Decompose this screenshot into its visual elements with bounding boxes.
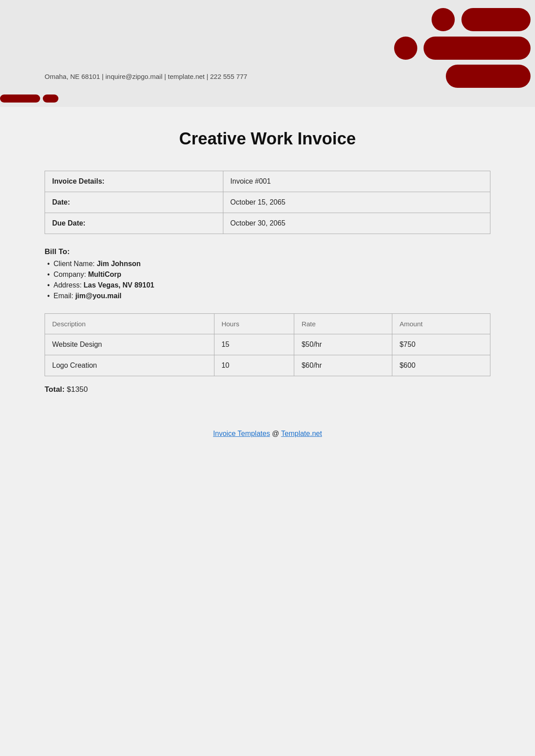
bill-to-title: Bill To:: [45, 247, 490, 256]
col-rate: Rate: [294, 314, 392, 334]
deco-circle-2: [394, 37, 417, 60]
service-amount: $600: [392, 355, 490, 376]
invoice-templates-link[interactable]: Invoice Templates: [213, 430, 270, 437]
table-row: Logo Creation 10 $60/hr $600: [45, 355, 490, 376]
deco-bar-1: [461, 8, 531, 31]
footer-separator: @: [272, 430, 281, 437]
client-email: jim@you.mail: [75, 292, 122, 300]
footer: Invoice Templates @ Template.net: [45, 421, 490, 438]
deco-circle-1: [432, 8, 455, 31]
service-amount: $750: [392, 334, 490, 355]
service-rate: $50/hr: [294, 334, 392, 355]
list-item: Client Name: Jim Johnson: [49, 260, 490, 268]
company-name: MultiCorp: [88, 271, 121, 278]
col-description: Description: [45, 314, 214, 334]
table-row: Date: October 15, 2065: [45, 192, 490, 213]
deco-bar-bl-2: [43, 94, 58, 103]
deco-top-right: [348, 0, 535, 85]
deco-bar-2: [424, 37, 531, 60]
deco-bar-bl-1: [0, 94, 40, 103]
service-description: Website Design: [45, 334, 214, 355]
deco-bar-3: [446, 65, 531, 88]
details-table: Invoice Details: Invoice #001 Date: Octo…: [45, 171, 490, 234]
services-table: Description Hours Rate Amount Website De…: [45, 313, 490, 376]
main-content: Creative Work Invoice Invoice Details: I…: [0, 107, 535, 473]
due-date-label: Due Date:: [45, 213, 223, 234]
service-hours: 15: [214, 334, 294, 355]
table-row: Due Date: October 30, 2065: [45, 213, 490, 234]
invoice-title: Creative Work Invoice: [45, 129, 490, 148]
date-label: Date:: [45, 192, 223, 213]
list-item: Company: MultiCorp: [49, 271, 490, 279]
table-row: Invoice Details: Invoice #001: [45, 171, 490, 192]
bill-to-list: Client Name: Jim Johnson Company: MultiC…: [45, 260, 490, 300]
bill-to-section: Bill To: Client Name: Jim Johnson Compan…: [45, 247, 490, 300]
deco-bottom-left: [0, 94, 58, 107]
header: Omaha, NE 68101 | inquire@zipgo.mail | t…: [0, 0, 535, 107]
total-line: Total: $1350: [45, 385, 490, 394]
template-net-link[interactable]: Template.net: [281, 430, 322, 437]
service-hours: 10: [214, 355, 294, 376]
table-header-row: Description Hours Rate Amount: [45, 314, 490, 334]
details-value: Invoice #001: [223, 171, 490, 192]
service-rate: $60/hr: [294, 355, 392, 376]
client-address: Las Vegas, NV 89101: [84, 281, 154, 289]
table-row: Website Design 15 $50/hr $750: [45, 334, 490, 355]
col-amount: Amount: [392, 314, 490, 334]
col-hours: Hours: [214, 314, 294, 334]
date-value: October 15, 2065: [223, 192, 490, 213]
total-value: $1350: [67, 385, 88, 394]
details-label: Invoice Details:: [45, 171, 223, 192]
list-item: Email: jim@you.mail: [49, 292, 490, 300]
list-item: Address: Las Vegas, NV 89101: [49, 281, 490, 289]
service-description: Logo Creation: [45, 355, 214, 376]
contact-line: Omaha, NE 68101 | inquire@zipgo.mail | t…: [45, 73, 247, 80]
total-label: Total:: [45, 385, 65, 394]
client-name: Jim Johnson: [97, 260, 141, 267]
due-date-value: October 30, 2065: [223, 213, 490, 234]
